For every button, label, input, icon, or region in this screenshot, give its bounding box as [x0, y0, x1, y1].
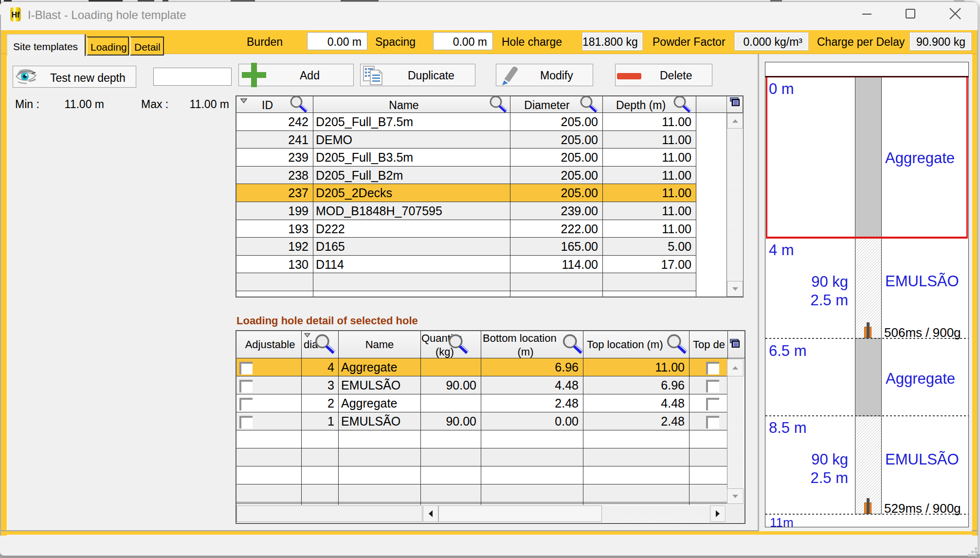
svg-text:Hf: Hf [12, 11, 20, 19]
